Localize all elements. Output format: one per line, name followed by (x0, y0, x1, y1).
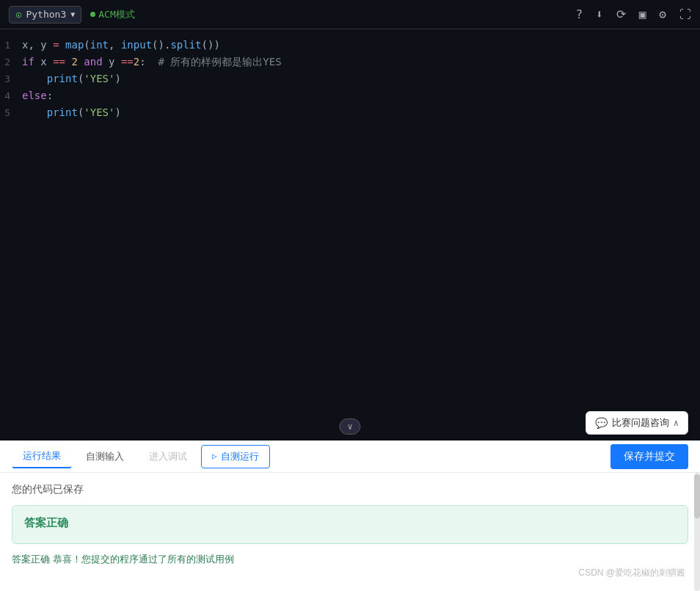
help-icon[interactable]: ? (575, 7, 583, 21)
code-text-5: print('YES') (22, 104, 121, 120)
chevron-down-icon: ▼ (70, 10, 75, 18)
code-line-3: 3 print('YES') (0, 70, 700, 87)
saved-message: 您的代码已保存 (12, 483, 688, 496)
code-line-2: 2 if x == 2 and y ==2: # 所有的样例都是输出YES (0, 54, 700, 70)
code-text-1: x, y = map(int, input().split()) (22, 37, 220, 53)
contest-help-button[interactable]: 💬 比赛问题咨询 ∧ (586, 411, 688, 435)
results-area: 您的代码已保存 答案正确 答案正确 恭喜！您提交的程序通过了所有的测试用例 (0, 473, 700, 576)
code-line-4: 4 else: (0, 87, 700, 104)
tab-test-input[interactable]: 自测输入 (75, 445, 135, 468)
settings-icon[interactable]: ⚙ (659, 7, 666, 21)
toolbar-right: ? ⬇ ⟳ ▣ ⚙ ⛶ (575, 7, 691, 21)
tab-run-result[interactable]: 运行结果 (12, 444, 72, 468)
acm-label: ACM模式 (98, 8, 134, 21)
code-text-2: if x == 2 and y ==2: # 所有的样例都是输出YES (22, 54, 282, 70)
tab-group: 运行结果 自测输入 进入调试 ▷ 自测运行 (12, 444, 270, 468)
code-line-5: 5 print('YES') (0, 104, 700, 121)
acm-badge: ACM模式 (90, 8, 134, 21)
scrollbar-thumb[interactable] (694, 474, 700, 518)
language-selector[interactable]: ⊙ Python3 ▼ (9, 6, 81, 23)
chevron-down-icon: ∨ (347, 421, 352, 432)
chevron-up-icon: ∧ (674, 418, 679, 428)
layout-icon[interactable]: ▣ (639, 7, 646, 21)
line-num-3: 3 (0, 71, 22, 87)
code-text-4: else: (22, 87, 53, 104)
line-num-4: 4 (0, 88, 22, 104)
watermark: CSDN @爱吃花椒的刺猬酱 (578, 567, 685, 579)
chat-icon: 💬 (595, 417, 608, 429)
tab-test-run[interactable]: ▷ 自测运行 (201, 445, 270, 468)
code-content: 1 x, y = map(int, input().split()) 2 if … (0, 29, 700, 128)
answer-correct-box: 答案正确 (12, 505, 688, 544)
refresh-icon[interactable]: ⟳ (616, 7, 626, 21)
fullscreen-icon[interactable]: ⛶ (679, 7, 691, 21)
toolbar: ⊙ Python3 ▼ ACM模式 ? ⬇ ⟳ ▣ ⚙ ⛶ (0, 0, 700, 29)
submit-button[interactable]: 保存并提交 (610, 444, 688, 469)
play-icon: ▷ (212, 452, 217, 461)
language-label: Python3 (26, 9, 66, 20)
collapse-button[interactable]: ∨ (339, 418, 360, 435)
toolbar-left: ⊙ Python3 ▼ ACM模式 (9, 6, 135, 23)
answer-correct-title: 答案正确 (24, 516, 676, 530)
code-text-3: print('YES') (22, 70, 121, 87)
scrollbar-track[interactable] (694, 473, 700, 591)
tab-test-run-label: 自测运行 (221, 450, 259, 463)
acm-dot (90, 12, 95, 17)
editor-area[interactable]: 1 x, y = map(int, input().split()) 2 if … (0, 29, 700, 440)
python-icon: ⊙ (15, 9, 21, 21)
line-num-5: 5 (0, 105, 22, 121)
download-icon[interactable]: ⬇ (596, 7, 603, 21)
contest-help-label: 比赛问题咨询 (612, 416, 669, 429)
bottom-tabs: 运行结果 自测输入 进入调试 ▷ 自测运行 保存并提交 (0, 440, 700, 473)
code-line-1: 1 x, y = map(int, input().split()) (0, 37, 700, 54)
answer-correct-desc: 答案正确 恭喜！您提交的程序通过了所有的测试用例 (12, 553, 688, 566)
line-num-1: 1 (0, 37, 22, 54)
tab-debug: 进入调试 (138, 445, 198, 468)
line-num-2: 2 (0, 54, 22, 70)
